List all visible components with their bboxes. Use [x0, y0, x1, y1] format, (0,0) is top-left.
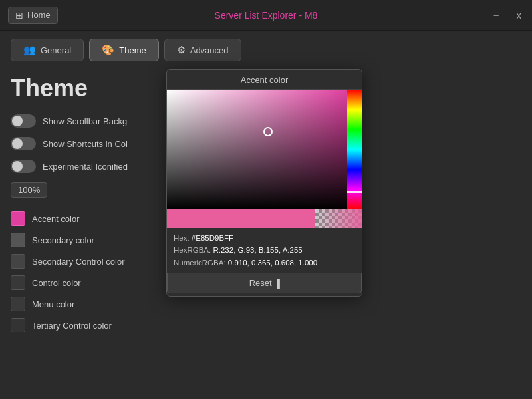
minimize-button[interactable]: −: [491, 8, 502, 22]
home-button[interactable]: ⊞ Home: [8, 7, 58, 24]
picker-hex-line: Hex: #E85D9BFF: [174, 232, 355, 244]
picker-title: Accent color: [167, 70, 362, 90]
numeric-key: NumericRGBA:: [174, 259, 226, 267]
toggle-row-shortcuts: Show Shortcuts in Col: [11, 137, 177, 150]
page-title: Theme: [11, 74, 177, 102]
color-row-secondary[interactable]: Secondary color: [11, 231, 177, 249]
tab-general-label: General: [41, 45, 71, 55]
picker-color-preview: [166, 209, 315, 228]
shortcuts-toggle[interactable]: [11, 137, 36, 150]
titlebar-left: ⊞ Home: [8, 7, 58, 24]
hexrgba-value: R:232, G:93, B:155, A:255: [213, 246, 302, 254]
tab-advanced[interactable]: ⚙ Advanced: [164, 39, 241, 61]
iconified-toggle[interactable]: [11, 160, 36, 173]
color-list: Accent color Secondary color Secondary C…: [11, 209, 177, 334]
menu-swatch: [11, 297, 25, 311]
app-title: Server List Explorer - M8: [215, 10, 318, 21]
svg-rect-3: [347, 191, 362, 193]
numeric-value: 0.910, 0.365, 0.608, 1.000: [228, 259, 317, 267]
alpha-overlay: [315, 209, 362, 228]
tab-theme[interactable]: 🎨 Theme: [89, 39, 158, 61]
advanced-icon: ⚙: [177, 44, 186, 56]
reset-label: Reset: [249, 278, 272, 288]
toggle-row-iconified: Experimental Iconified: [11, 160, 177, 173]
picker-numeric-line: NumericRGBA: 0.910, 0.365, 0.608, 1.000: [174, 257, 355, 269]
picker-info-section: Hex: #E85D9BFF HexRGBA: R:232, G:93, B:1…: [167, 228, 362, 296]
home-label: Home: [27, 10, 51, 20]
reset-button[interactable]: Reset ▌: [167, 273, 362, 293]
color-row-tertiary-control[interactable]: Tertiary Control color: [11, 316, 177, 334]
main-content: Theme Show Scrollbar Backg Show Shortcut…: [0, 69, 532, 398]
tertiary-control-label: Tertiary Control color: [32, 321, 112, 331]
tabbar: 👥 General 🎨 Theme ⚙ Advanced: [0, 31, 532, 69]
tab-advanced-label: Advanced: [190, 45, 229, 55]
svg-rect-1: [167, 90, 347, 209]
color-picker-popup: Accent color: [166, 69, 362, 297]
left-panel: Theme Show Scrollbar Backg Show Shortcut…: [11, 69, 177, 398]
tab-general[interactable]: 👥 General: [11, 39, 84, 61]
accent-label: Accent color: [32, 214, 80, 224]
tab-theme-label: Theme: [119, 45, 146, 55]
secondary-swatch: [11, 233, 25, 247]
titlebar: ⊞ Home Server List Explorer - M8 − x: [0, 0, 532, 31]
titlebar-controls: − x: [491, 8, 524, 22]
scrollbar-toggle[interactable]: [11, 114, 36, 128]
zoom-value[interactable]: 100%: [11, 182, 47, 198]
picker-gradient-area[interactable]: [167, 90, 362, 209]
picker-preview-row: [166, 209, 362, 228]
picker-info: Hex: #E85D9BFF HexRGBA: R:232, G:93, B:1…: [174, 228, 355, 270]
theme-icon: 🎨: [102, 44, 114, 56]
picker-gradient-canvas[interactable]: [167, 90, 347, 209]
general-icon: 👥: [23, 44, 36, 56]
tertiary-control-swatch: [11, 318, 25, 332]
accent-swatch: [11, 211, 25, 226]
color-row-accent[interactable]: Accent color: [11, 209, 177, 228]
control-swatch: [11, 275, 25, 290]
hexrgba-key: HexRGBA:: [174, 246, 211, 254]
color-row-control[interactable]: Control color: [11, 273, 177, 292]
color-row-menu[interactable]: Menu color: [11, 295, 177, 313]
secondary-control-label: Secondary Control color: [32, 257, 124, 267]
color-row-secondary-control[interactable]: Secondary Control color: [11, 252, 177, 271]
picker-hexrgba-line: HexRGBA: R:232, G:93, B:155, A:255: [174, 244, 355, 256]
iconified-label: Experimental Iconified: [43, 162, 128, 172]
close-button[interactable]: x: [514, 8, 525, 22]
secondary-label: Secondary color: [32, 235, 94, 245]
shortcuts-label: Show Shortcuts in Col: [43, 139, 128, 149]
menu-label: Menu color: [32, 299, 74, 309]
hex-key: Hex:: [174, 234, 190, 242]
picker-hue-bar[interactable]: [347, 90, 362, 209]
toggle-row-scrollbar: Show Scrollbar Backg: [11, 114, 177, 128]
picker-alpha-preview: [315, 209, 362, 228]
scrollbar-label: Show Scrollbar Backg: [43, 116, 127, 126]
cursor-indicator: ▌: [277, 279, 282, 284]
hex-value: #E85D9BFF: [192, 234, 233, 242]
zoom-row: 100%: [11, 182, 177, 198]
home-icon: ⊞: [15, 10, 23, 21]
secondary-control-swatch: [11, 254, 25, 269]
control-label: Control color: [32, 278, 81, 288]
